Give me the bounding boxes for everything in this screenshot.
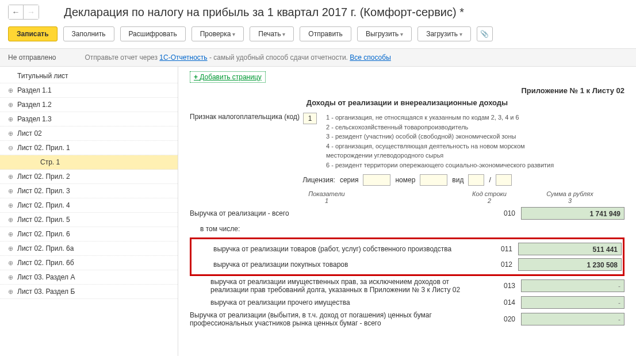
- expand-icon[interactable]: ⊕: [8, 202, 17, 209]
- tree-item-label: Лист 03. Раздел А: [17, 273, 75, 281]
- row-description: выручка от реализации прочего имущества: [190, 298, 492, 306]
- tree-item-label: Лист 02. Прил. 2: [17, 173, 70, 181]
- tree-item-label: Лист 02. Прил. 1: [17, 144, 70, 152]
- taxpayer-code-input[interactable]: 1: [303, 113, 317, 124]
- expand-icon[interactable]: ⊕: [8, 187, 17, 195]
- value-input[interactable]: 1 230 508: [518, 258, 622, 271]
- tree-item[interactable]: ⊕Лист 02. Прил. 2: [0, 170, 178, 184]
- tree-item-label: Лист 02. Прил. 3: [17, 187, 70, 195]
- data-row: Выручка от реализации (выбытия, в т.ч. д…: [190, 311, 624, 327]
- tree-item[interactable]: ⊕Лист 02: [0, 127, 178, 141]
- tree-item-label: Раздел 1.1: [17, 86, 52, 94]
- send-button[interactable]: Отправить: [300, 26, 351, 41]
- appendix-title: Приложение № 1 к Листу 02: [190, 86, 624, 95]
- expand-icon[interactable]: ⊕: [8, 245, 17, 252]
- taxpayer-label: Признак налогоплательщика (код): [190, 113, 300, 121]
- decode-button[interactable]: Расшифровать: [120, 26, 186, 41]
- row-description: выручка от реализации покупных товаров: [193, 260, 489, 269]
- row-code: 011: [489, 245, 512, 253]
- status-message: Отправьте отчет через 1С-Отчетность - са…: [85, 53, 391, 62]
- expand-icon[interactable]: ⊕: [8, 288, 17, 296]
- tree-item[interactable]: ⊕Лист 02. Прил. 5: [0, 213, 178, 227]
- tree-item-label: Лист 02. Прил. 6: [17, 230, 70, 238]
- row-description: выручка от реализации имущественных прав…: [190, 278, 492, 294]
- all-methods-link[interactable]: Все способы: [350, 53, 391, 62]
- tree-item-label: Титульный лист: [17, 72, 68, 80]
- save-button[interactable]: Записать: [8, 26, 58, 41]
- tree-item[interactable]: ·Титульный лист: [0, 69, 178, 83]
- tree-item[interactable]: ⊕Раздел 1.2: [0, 98, 178, 112]
- data-row: выручка от реализации прочего имущества0…: [190, 296, 624, 309]
- license-type1-input[interactable]: [468, 174, 484, 186]
- tree-item[interactable]: ⊕Раздел 1.3: [0, 112, 178, 127]
- tree-item-label: Лист 02. Прил. 4: [17, 201, 70, 209]
- print-button[interactable]: Печать: [250, 26, 294, 41]
- status-label: Не отправлено: [8, 53, 56, 62]
- value-input[interactable]: -: [521, 313, 624, 325]
- expand-icon[interactable]: ⊕: [8, 101, 17, 109]
- section-title: Доходы от реализации и внереализационные…: [190, 98, 624, 107]
- row-code: 014: [492, 298, 515, 306]
- tree-item-label: Стр. 1: [40, 158, 60, 166]
- license-row: Лицензия: серия номер вид /: [190, 174, 624, 186]
- upload-button[interactable]: Выгрузить: [357, 26, 412, 41]
- value-input[interactable]: -: [521, 279, 624, 292]
- data-row: выручка от реализации покупных товаров01…: [193, 258, 622, 271]
- check-button[interactable]: Проверка: [191, 26, 244, 41]
- tree-item[interactable]: ⊕Лист 02. Прил. 3: [0, 184, 178, 198]
- paperclip-icon: 📎: [480, 30, 489, 38]
- tree-item-label: Лист 02: [17, 129, 42, 137]
- row-description: выручка от реализации товаров (работ, ус…: [193, 245, 489, 253]
- tree-item[interactable]: ⊕Лист 03. Раздел А: [0, 270, 178, 285]
- row-description: Выручка от реализации - всего: [190, 209, 492, 217]
- expand-icon[interactable]: ⊕: [8, 87, 17, 94]
- fill-button[interactable]: Заполнить: [63, 26, 114, 41]
- expand-icon[interactable]: ⊕: [8, 216, 17, 224]
- row-code: 020: [492, 315, 515, 323]
- data-row: выручка от реализации товаров (работ, ус…: [193, 242, 622, 256]
- expand-icon[interactable]: ⊕: [8, 259, 17, 267]
- tree-item-label: Лист 03. Раздел Б: [17, 288, 75, 296]
- taxpayer-hints: 1 - организация, не относящаяся к указан…: [326, 113, 554, 170]
- data-row: выручка от реализации имущественных прав…: [190, 278, 624, 294]
- row-code: 010: [492, 209, 515, 217]
- tree-item[interactable]: ⊕Раздел 1.1: [0, 83, 178, 98]
- page-title: Декларация по налогу на прибыль за 1 ква…: [64, 6, 464, 19]
- tree-item[interactable]: ⊕Лист 02. Прил. 6б: [0, 256, 178, 270]
- license-number-input[interactable]: [420, 174, 447, 186]
- expand-icon[interactable]: ⊕: [8, 231, 17, 238]
- expand-icon[interactable]: ⊕: [8, 130, 17, 137]
- tree-item-label: Лист 02. Прил. 6б: [17, 259, 74, 267]
- row-description: Выручка от реализации (выбытия, в т.ч. д…: [190, 311, 492, 327]
- license-serie-input[interactable]: [363, 174, 390, 186]
- expand-icon[interactable]: ⊕: [8, 116, 17, 123]
- reporting-link[interactable]: 1С-Отчетность: [159, 53, 207, 62]
- license-type2-input[interactable]: [496, 174, 512, 186]
- tree-item[interactable]: ·Стр. 1: [0, 155, 178, 170]
- highlight-box: выручка от реализации товаров (работ, ус…: [190, 237, 624, 276]
- nav-forward-button[interactable]: →: [24, 5, 39, 19]
- expand-icon[interactable]: ⊕: [8, 274, 17, 281]
- row-code: 012: [489, 260, 512, 269]
- attach-button[interactable]: 📎: [477, 26, 493, 41]
- value-input[interactable]: -: [521, 296, 624, 309]
- tree-item[interactable]: ⊖Лист 02. Прил. 1: [0, 141, 178, 155]
- row-description: в том числе:: [190, 225, 624, 233]
- data-row: в том числе:: [190, 222, 624, 236]
- tree-item[interactable]: ⊕Лист 02. Прил. 6а: [0, 242, 178, 256]
- row-code: 013: [492, 282, 515, 290]
- tree-item[interactable]: ⊕Лист 02. Прил. 6: [0, 227, 178, 242]
- tree-item-label: Лист 02. Прил. 5: [17, 216, 70, 224]
- nav-back-button[interactable]: ←: [9, 5, 24, 19]
- download-button[interactable]: Загрузить: [417, 26, 471, 41]
- expand-icon[interactable]: ⊖: [8, 144, 17, 152]
- sidebar-tree: ·Титульный лист⊕Раздел 1.1⊕Раздел 1.2⊕Ра…: [0, 67, 178, 356]
- expand-icon[interactable]: ⊕: [8, 173, 17, 181]
- tree-item[interactable]: ⊕Лист 03. Раздел Б: [0, 285, 178, 299]
- tree-item-label: Лист 02. Прил. 6а: [17, 244, 74, 252]
- tree-item-label: Раздел 1.2: [17, 101, 52, 109]
- value-input[interactable]: 511 441: [518, 243, 622, 255]
- tree-item[interactable]: ⊕Лист 02. Прил. 4: [0, 198, 178, 213]
- value-input[interactable]: 1 741 949: [521, 207, 624, 220]
- add-page-link[interactable]: Добавить страницу: [190, 71, 266, 83]
